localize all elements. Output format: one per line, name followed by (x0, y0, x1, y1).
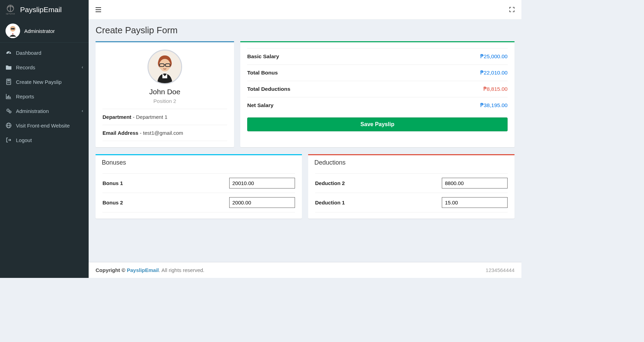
deduction-row: Deduction 2 (315, 173, 508, 193)
summary-value: ₱8,815.00 (483, 86, 508, 92)
sidebar-item-records[interactable]: Records‹ (0, 60, 89, 74)
svg-point-13 (8, 81, 9, 82)
deduction-input[interactable] (442, 197, 508, 208)
deductions-title: Deductions (314, 159, 508, 166)
svg-point-15 (7, 82, 8, 83)
deduction-input[interactable] (442, 178, 508, 188)
chevron-left-icon: ‹ (82, 65, 83, 70)
user-avatar-icon (6, 24, 20, 38)
sidebar-item-logout[interactable]: Logout (0, 133, 89, 147)
save-payslip-button[interactable]: Save Payslip (247, 117, 508, 131)
department-value: Department 1 (136, 114, 168, 120)
chevron-left-icon: ‹ (82, 108, 83, 113)
svg-rect-30 (96, 11, 101, 12)
topbar (89, 0, 521, 19)
sidebar-item-label: Logout (16, 137, 32, 143)
sidebar-item-administration[interactable]: Administration‹ (0, 104, 89, 118)
footer-copyright-prefix: Copyright © (96, 267, 127, 273)
summary-row: Net Salary₱38,195.00 (247, 97, 508, 113)
bonus-label: Bonus 2 (102, 200, 123, 205)
svg-point-17 (9, 82, 10, 83)
bonus-label: Bonus 1 (102, 180, 123, 186)
summary-card: Basic Salary₱25,000.00Total Bonus₱22,010… (240, 41, 515, 147)
summary-row: Total Deductions₱8,815.00 (247, 81, 508, 97)
footer-right: 1234564444 (486, 267, 515, 273)
bonus-input[interactable] (229, 197, 295, 208)
brand-logo-icon: NETTUTOR (4, 3, 17, 16)
globe-icon (6, 122, 12, 129)
main-area: Create Payslip Form (89, 0, 521, 278)
bonus-row: Bonus 2 (102, 193, 295, 212)
summary-value: ₱38,195.00 (480, 102, 508, 108)
brand-header: NETTUTOR PayslipEmail (0, 0, 89, 19)
summary-row: Basic Salary₱25,000.00 (247, 48, 508, 64)
sidebar-item-label: Dashboard (16, 50, 41, 56)
summary-label: Total Deductions (247, 86, 290, 92)
bonuses-title: Bonuses (102, 159, 296, 166)
chart-icon (6, 93, 12, 99)
dashboard-icon (6, 50, 12, 56)
svg-rect-18 (7, 96, 8, 98)
svg-point-12 (7, 81, 8, 82)
brand-name: PayslipEmail (20, 6, 62, 14)
deductions-card: Deductions Deduction 2Deduction 1 (308, 154, 515, 219)
svg-point-22 (8, 110, 8, 111)
bonus-input[interactable] (229, 178, 295, 188)
svg-rect-19 (8, 95, 9, 98)
deduction-row: Deduction 1 (315, 193, 508, 212)
sidebar-item-label: Administration (16, 108, 49, 114)
summary-row: Total Bonus₱22,010.00 (247, 64, 508, 81)
user-name: Administrator (24, 28, 55, 34)
user-panel: Administrator (0, 19, 89, 43)
gears-icon (6, 108, 12, 114)
fullscreen-icon[interactable] (509, 7, 515, 12)
sidebar-item-label: Create New Payslip (16, 79, 62, 85)
page-title: Create Payslip Form (96, 25, 515, 36)
department-label: Department (102, 114, 131, 120)
svg-rect-11 (7, 80, 10, 81)
folder-icon (6, 64, 12, 70)
bonuses-card: Bonuses Bonus 1Bonus 2 (96, 154, 302, 219)
signout-icon (6, 137, 12, 143)
profile-card: John Doe Position 2 Department - Departm… (96, 41, 234, 147)
email-label: Email Address (102, 130, 138, 136)
footer-brand-link[interactable]: PayslipEmail (127, 267, 159, 273)
summary-value: ₱22,010.00 (480, 70, 508, 76)
footer: Copyright © PayslipEmail. All rights res… (89, 262, 521, 278)
sidebar-item-label: Visit Front-end Website (16, 123, 70, 129)
summary-label: Total Bonus (247, 70, 278, 76)
sidebar-nav: DashboardRecords‹Create New PayslipRepor… (0, 43, 89, 147)
summary-label: Net Salary (247, 102, 274, 108)
deduction-label: Deduction 1 (315, 200, 345, 205)
summary-value: ₱25,000.00 (480, 53, 508, 60)
footer-left: Copyright © PayslipEmail. All rights res… (96, 267, 205, 273)
profile-name: John Doe (102, 88, 227, 96)
footer-suffix: . All rights reserved. (159, 267, 205, 273)
sidebar: NETTUTOR PayslipEmail Administrator (0, 0, 89, 278)
svg-rect-20 (10, 97, 11, 98)
svg-point-14 (9, 81, 10, 82)
bonus-row: Bonus 1 (102, 173, 295, 193)
profile-avatar-icon (147, 50, 182, 84)
sidebar-item-label: Reports (16, 94, 34, 99)
sidebar-item-reports[interactable]: Reports (0, 89, 89, 104)
svg-text:NETTUTOR: NETTUTOR (6, 13, 15, 15)
svg-point-24 (10, 112, 10, 112)
profile-email-row: Email Address - test1@gmail.com (102, 125, 227, 141)
sidebar-item-create-new-payslip[interactable]: Create New Payslip (0, 74, 89, 89)
svg-point-16 (8, 82, 9, 83)
svg-rect-28 (96, 7, 101, 8)
sidebar-item-visit-front-end-website[interactable]: Visit Front-end Website (0, 118, 89, 133)
email-value: test1@gmail.com (143, 130, 183, 136)
deduction-label: Deduction 2 (315, 180, 345, 186)
hamburger-icon[interactable] (96, 7, 101, 12)
profile-position: Position 2 (102, 98, 227, 104)
svg-rect-5 (11, 28, 15, 29)
calculator-icon (6, 79, 12, 85)
svg-rect-29 (96, 9, 101, 10)
summary-label: Basic Salary (247, 53, 279, 60)
sidebar-item-label: Records (16, 64, 35, 70)
profile-department-row: Department - Department 1 (102, 109, 227, 125)
sidebar-item-dashboard[interactable]: Dashboard (0, 45, 89, 60)
